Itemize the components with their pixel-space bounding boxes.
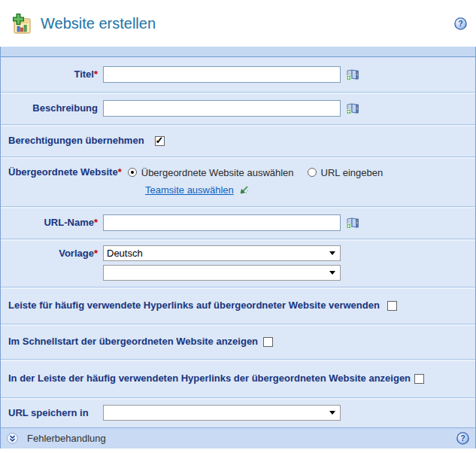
fehlerbehandlung-label[interactable]: Fehlerbehandlung (27, 433, 106, 444)
titel-label: Titel* (8, 68, 98, 81)
vorlage-template-select-wrap (103, 265, 341, 281)
topnav-verwenden-checkbox[interactable] (387, 301, 397, 311)
required-marker: * (94, 68, 98, 80)
berechtigungen-label: Berechtigungen übernehmen (8, 135, 144, 147)
schnellstart-label: Im Schnellstart der übergeordneten Websi… (8, 336, 258, 348)
help-icon[interactable]: ? (456, 432, 469, 445)
form-row-topnav-verwenden: Leiste für häufig verwendete Hyperlinks … (1, 287, 475, 324)
vorlage-template-select[interactable] (103, 265, 341, 281)
url-name-label: URL-Name* (8, 217, 98, 229)
form-row-beschreibung: Beschreibung (1, 92, 475, 124)
beschreibung-label: Beschreibung (8, 102, 98, 114)
url-speichern-select-wrap (103, 405, 341, 421)
form-row-berechtigungen: Berechtigungen übernehmen (1, 124, 475, 157)
vorlage-language-select-wrap: Deutsch (103, 245, 341, 261)
enter-url-radio[interactable] (308, 168, 317, 177)
schnellstart-checkbox[interactable] (263, 337, 273, 347)
url-name-input[interactable] (103, 214, 341, 231)
vorlage-language-select[interactable]: Deutsch (103, 245, 341, 261)
form-row-topnav-anzeigen: In der Leiste der häufig verwendeten Hyp… (1, 359, 475, 397)
create-site-form: Titel* Beschreibung (0, 47, 476, 448)
form-row-schnellstart: Im Schnellstart der übergeordneten Websi… (1, 324, 475, 359)
enter-url-radio-label[interactable]: URL eingeben (321, 167, 384, 178)
form-row-titel: Titel* (1, 57, 475, 92)
uebergeordnete-label: Übergeordnete Website* (8, 166, 122, 178)
url-speichern-label: URL speichern in (8, 407, 98, 419)
help-icon[interactable]: ? (454, 17, 467, 30)
form-row-uebergeordnete-website: Übergeordnete Website* Übergeordnete Web… (1, 157, 475, 206)
select-item-arrow-icon[interactable] (239, 185, 249, 195)
titel-input[interactable] (103, 66, 341, 83)
parent-site-select-radio-label[interactable]: Übergeordnete Website auswählen (141, 167, 294, 178)
form-row-vorlage: Vorlage* Deutsch (1, 239, 475, 287)
url-speichern-select[interactable] (103, 405, 341, 421)
svg-text:?: ? (460, 433, 465, 442)
svg-text:?: ? (458, 19, 462, 28)
required-marker: * (94, 248, 98, 259)
create-site-icon (9, 12, 32, 35)
fehlerbehandlung-section-header: Fehlerbehandlung ? (1, 427, 475, 448)
teamsite-auswaehlen-link[interactable]: Teamsite auswählen (145, 184, 234, 196)
form-row-url-name: URL-Name* (1, 206, 475, 239)
parent-site-select-radio[interactable] (128, 168, 137, 177)
topnav-verwenden-label: Leiste für häufig verwendete Hyperlinks … (8, 299, 380, 312)
page-title: Website erstellen (41, 15, 156, 32)
multilingual-book-icon (346, 68, 359, 81)
vorlage-label: Vorlage* (8, 248, 98, 260)
multilingual-book-icon (346, 217, 359, 229)
multilingual-book-icon (346, 102, 359, 114)
chevron-double-down-icon[interactable] (7, 433, 18, 444)
page-header: Website erstellen ? (0, 0, 476, 47)
required-marker: * (118, 166, 122, 178)
berechtigungen-checkbox[interactable] (155, 136, 165, 146)
panel-top-band (1, 47, 475, 57)
required-marker: * (94, 217, 98, 228)
beschreibung-input[interactable] (103, 100, 341, 117)
topnav-anzeigen-checkbox[interactable] (414, 374, 424, 384)
form-row-url-speichern: URL speichern in (1, 397, 475, 427)
topnav-anzeigen-label: In der Leiste der häufig verwendeten Hyp… (8, 372, 411, 385)
